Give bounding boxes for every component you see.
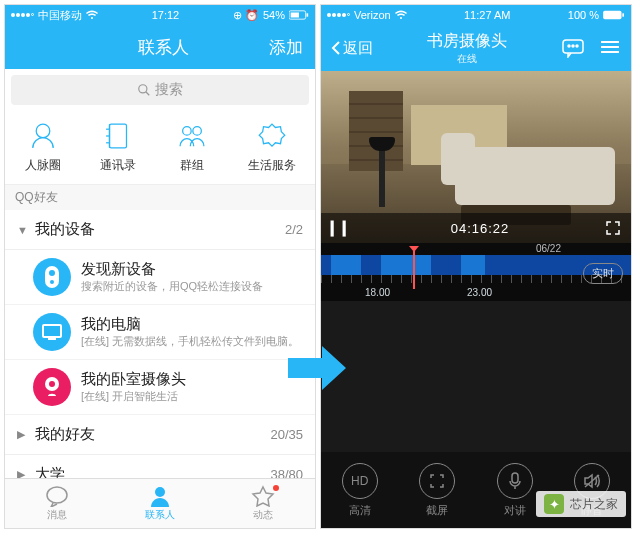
watermark: ✦ 芯片之家 — [536, 491, 626, 517]
device-subtitle: [在线] 无需数据线，手机轻松传文件到电脑。 — [81, 334, 299, 349]
svg-point-11 — [182, 127, 191, 135]
timeline[interactable]: 06/22 18.00 23.00 实时 — [321, 243, 631, 301]
category-row: 人脉圈 通讯录 群组 生活服务 — [5, 111, 315, 185]
group-count: 20/35 — [270, 427, 303, 442]
svg-point-21 — [155, 487, 165, 497]
svg-rect-1 — [291, 13, 299, 18]
category-label: 生活服务 — [248, 157, 296, 174]
control-label: 截屏 — [426, 503, 448, 518]
svg-rect-2 — [307, 13, 309, 16]
category-addressbook[interactable]: 通讯录 — [100, 119, 136, 174]
category-network[interactable]: 人脉圈 — [25, 119, 61, 174]
svg-point-3 — [139, 85, 147, 93]
category-label: 通讯录 — [100, 157, 136, 174]
battery-icon — [603, 10, 625, 20]
hd-button[interactable]: HD 高清 — [321, 452, 399, 528]
svg-point-25 — [568, 45, 570, 47]
moments-icon — [251, 485, 275, 507]
back-label: 返回 — [343, 39, 373, 58]
svg-point-5 — [36, 124, 50, 138]
status-bar: 中国移动 17:12 ⊕ ⏰ 54% — [5, 5, 315, 25]
notification-dot — [273, 485, 279, 491]
pause-button[interactable]: ▎▎ — [331, 221, 355, 236]
screenshot-button[interactable]: 截屏 — [399, 452, 477, 528]
tab-moments[interactable]: 动态 — [212, 479, 315, 528]
page-title: 联系人 — [138, 36, 189, 59]
svg-line-4 — [146, 92, 150, 96]
status-bar: Verizon 11:27 AM 100 % — [321, 5, 631, 25]
category-label: 群组 — [180, 157, 204, 174]
device-discover[interactable]: 发现新设备 搜索附近的设备，用QQ轻松连接设备 — [5, 250, 315, 305]
svg-rect-16 — [43, 325, 61, 337]
fullscreen-icon[interactable] — [605, 220, 621, 236]
tab-messages[interactable]: 消息 — [5, 479, 108, 528]
tab-label: 动态 — [253, 508, 273, 522]
timeline-label: 23.00 — [467, 287, 492, 298]
video-timestamp: 04:16:22 — [367, 221, 593, 236]
watermark-text: 芯片之家 — [570, 496, 618, 513]
add-button[interactable]: 添加 — [269, 36, 303, 59]
timeline-date: 06/22 — [536, 243, 561, 254]
svg-point-12 — [192, 127, 201, 135]
device-title: 我的卧室摄像头 — [81, 370, 186, 389]
carrier-label: 中国移动 — [38, 8, 82, 23]
svg-rect-31 — [512, 473, 518, 483]
chat-icon[interactable] — [561, 38, 585, 58]
svg-point-15 — [50, 280, 54, 284]
camera-header: 返回 书房摄像头 在线 — [321, 25, 631, 71]
device-my-pc[interactable]: 我的电脑 [在线] 无需数据线，手机轻松传文件到电脑。 — [5, 305, 315, 360]
capture-icon — [419, 463, 455, 499]
video-feed[interactable]: ▎▎ 04:16:22 — [321, 71, 631, 243]
search-input[interactable]: 搜索 — [11, 75, 309, 105]
svg-point-20 — [47, 487, 67, 503]
battery-icon — [289, 10, 309, 20]
my-pc-icon — [33, 313, 71, 351]
mic-icon — [497, 463, 533, 499]
header: 联系人 添加 — [5, 25, 315, 69]
device-subtitle: 搜索附近的设备，用QQ轻松连接设备 — [81, 279, 263, 294]
clock-label: 17:12 — [152, 9, 180, 21]
tab-label: 消息 — [47, 508, 67, 522]
groups-icon — [175, 119, 209, 153]
device-subtitle: [在线] 开启智能生活 — [81, 389, 186, 404]
addressbook-icon — [101, 119, 135, 153]
category-groups[interactable]: 群组 — [175, 119, 209, 174]
svg-point-14 — [49, 270, 55, 276]
contacts-screen: 中国移动 17:12 ⊕ ⏰ 54% 联系人 添加 搜索 人脉圈 — [4, 4, 316, 529]
control-label: 高清 — [349, 503, 371, 518]
device-bedroom-camera[interactable]: 我的卧室摄像头 [在线] 开启智能生活 — [5, 360, 315, 415]
search-placeholder: 搜索 — [155, 81, 183, 99]
timeline-label: 18.00 — [365, 287, 390, 298]
group-label: 我的好友 — [35, 425, 95, 444]
back-button[interactable]: 返回 — [331, 39, 373, 58]
carrier-label: Verizon — [354, 9, 391, 21]
tab-label: 联系人 — [145, 508, 175, 522]
group-my-friends[interactable]: ▶ 我的好友 20/35 — [5, 415, 315, 455]
svg-rect-22 — [603, 11, 621, 19]
device-title: 我的电脑 — [81, 315, 299, 334]
svg-rect-6 — [109, 124, 126, 148]
signal-icon — [327, 13, 350, 17]
group-label: 我的设备 — [35, 220, 95, 239]
clock-label: 11:27 AM — [464, 9, 510, 21]
tab-contacts[interactable]: 联系人 — [108, 479, 211, 528]
menu-icon[interactable] — [599, 38, 621, 56]
camera-screen: Verizon 11:27 AM 100 % 返回 书房摄像头 在线 — [320, 4, 632, 529]
messages-icon — [45, 485, 69, 507]
discover-device-icon — [33, 258, 71, 296]
svg-point-26 — [572, 45, 574, 47]
live-button[interactable]: 实时 — [583, 263, 623, 284]
camera-title: 书房摄像头 — [381, 31, 553, 52]
category-label: 人脉圈 — [25, 157, 61, 174]
timeline-cursor[interactable] — [413, 251, 415, 289]
category-services[interactable]: 生活服务 — [248, 119, 296, 174]
svg-rect-23 — [622, 13, 624, 16]
search-icon — [137, 83, 151, 97]
wechat-icon: ✦ — [544, 494, 564, 514]
svg-point-19 — [49, 381, 55, 387]
battery-label: 100 % — [568, 9, 599, 21]
chevron-right-icon: ▶ — [17, 428, 27, 441]
svg-rect-13 — [45, 266, 59, 288]
contacts-icon — [148, 485, 172, 507]
group-my-devices[interactable]: ▼ 我的设备 2/2 — [5, 210, 315, 250]
